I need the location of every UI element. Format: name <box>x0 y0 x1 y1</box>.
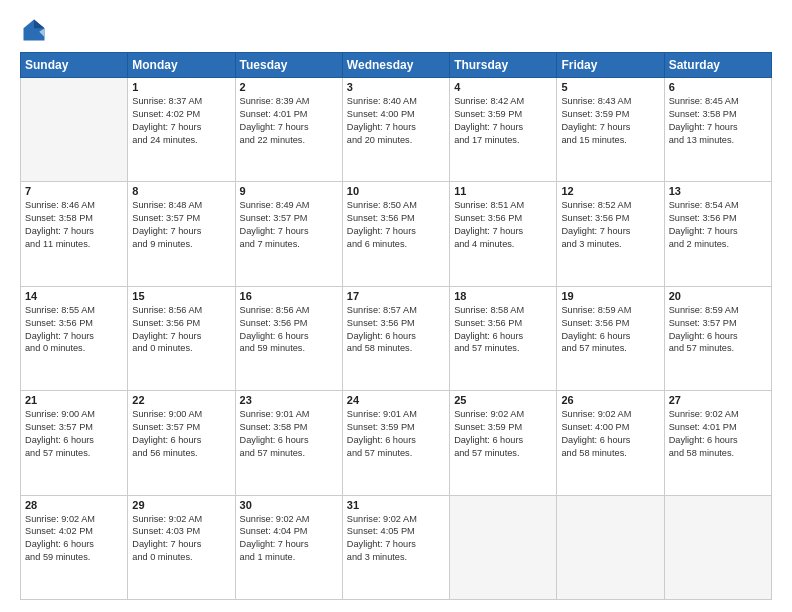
day-cell: 11Sunrise: 8:51 AM Sunset: 3:56 PM Dayli… <box>450 182 557 286</box>
day-number: 27 <box>669 394 767 406</box>
day-cell: 14Sunrise: 8:55 AM Sunset: 3:56 PM Dayli… <box>21 286 128 390</box>
week-row-2: 14Sunrise: 8:55 AM Sunset: 3:56 PM Dayli… <box>21 286 772 390</box>
day-info: Sunrise: 8:49 AM Sunset: 3:57 PM Dayligh… <box>240 199 338 251</box>
day-cell: 1Sunrise: 8:37 AM Sunset: 4:02 PM Daylig… <box>128 78 235 182</box>
day-cell <box>450 495 557 599</box>
day-number: 26 <box>561 394 659 406</box>
day-number: 19 <box>561 290 659 302</box>
day-number: 10 <box>347 185 445 197</box>
day-info: Sunrise: 8:56 AM Sunset: 3:56 PM Dayligh… <box>240 304 338 356</box>
weekday-header-friday: Friday <box>557 53 664 78</box>
day-info: Sunrise: 8:46 AM Sunset: 3:58 PM Dayligh… <box>25 199 123 251</box>
day-info: Sunrise: 9:00 AM Sunset: 3:57 PM Dayligh… <box>25 408 123 460</box>
day-number: 29 <box>132 499 230 511</box>
weekday-header-sunday: Sunday <box>21 53 128 78</box>
week-row-0: 1Sunrise: 8:37 AM Sunset: 4:02 PM Daylig… <box>21 78 772 182</box>
day-number: 22 <box>132 394 230 406</box>
day-cell: 12Sunrise: 8:52 AM Sunset: 3:56 PM Dayli… <box>557 182 664 286</box>
day-info: Sunrise: 8:54 AM Sunset: 3:56 PM Dayligh… <box>669 199 767 251</box>
day-info: Sunrise: 9:02 AM Sunset: 4:01 PM Dayligh… <box>669 408 767 460</box>
day-cell: 29Sunrise: 9:02 AM Sunset: 4:03 PM Dayli… <box>128 495 235 599</box>
day-info: Sunrise: 8:56 AM Sunset: 3:56 PM Dayligh… <box>132 304 230 356</box>
day-number: 31 <box>347 499 445 511</box>
day-number: 14 <box>25 290 123 302</box>
day-number: 28 <box>25 499 123 511</box>
day-cell: 22Sunrise: 9:00 AM Sunset: 3:57 PM Dayli… <box>128 391 235 495</box>
day-info: Sunrise: 8:48 AM Sunset: 3:57 PM Dayligh… <box>132 199 230 251</box>
weekday-header-saturday: Saturday <box>664 53 771 78</box>
day-info: Sunrise: 9:02 AM Sunset: 4:05 PM Dayligh… <box>347 513 445 565</box>
day-info: Sunrise: 8:59 AM Sunset: 3:57 PM Dayligh… <box>669 304 767 356</box>
day-cell: 19Sunrise: 8:59 AM Sunset: 3:56 PM Dayli… <box>557 286 664 390</box>
day-info: Sunrise: 8:43 AM Sunset: 3:59 PM Dayligh… <box>561 95 659 147</box>
day-info: Sunrise: 9:02 AM Sunset: 4:04 PM Dayligh… <box>240 513 338 565</box>
day-info: Sunrise: 8:39 AM Sunset: 4:01 PM Dayligh… <box>240 95 338 147</box>
day-info: Sunrise: 9:02 AM Sunset: 4:00 PM Dayligh… <box>561 408 659 460</box>
day-info: Sunrise: 9:01 AM Sunset: 3:59 PM Dayligh… <box>347 408 445 460</box>
day-cell: 7Sunrise: 8:46 AM Sunset: 3:58 PM Daylig… <box>21 182 128 286</box>
day-cell: 15Sunrise: 8:56 AM Sunset: 3:56 PM Dayli… <box>128 286 235 390</box>
week-row-1: 7Sunrise: 8:46 AM Sunset: 3:58 PM Daylig… <box>21 182 772 286</box>
day-cell: 28Sunrise: 9:02 AM Sunset: 4:02 PM Dayli… <box>21 495 128 599</box>
day-number: 16 <box>240 290 338 302</box>
day-cell: 18Sunrise: 8:58 AM Sunset: 3:56 PM Dayli… <box>450 286 557 390</box>
day-info: Sunrise: 8:40 AM Sunset: 4:00 PM Dayligh… <box>347 95 445 147</box>
day-number: 30 <box>240 499 338 511</box>
day-number: 24 <box>347 394 445 406</box>
page: SundayMondayTuesdayWednesdayThursdayFrid… <box>0 0 792 612</box>
day-number: 11 <box>454 185 552 197</box>
day-cell: 5Sunrise: 8:43 AM Sunset: 3:59 PM Daylig… <box>557 78 664 182</box>
day-info: Sunrise: 8:57 AM Sunset: 3:56 PM Dayligh… <box>347 304 445 356</box>
day-cell: 21Sunrise: 9:00 AM Sunset: 3:57 PM Dayli… <box>21 391 128 495</box>
day-cell: 20Sunrise: 8:59 AM Sunset: 3:57 PM Dayli… <box>664 286 771 390</box>
day-info: Sunrise: 8:50 AM Sunset: 3:56 PM Dayligh… <box>347 199 445 251</box>
day-cell: 26Sunrise: 9:02 AM Sunset: 4:00 PM Dayli… <box>557 391 664 495</box>
day-info: Sunrise: 8:51 AM Sunset: 3:56 PM Dayligh… <box>454 199 552 251</box>
day-info: Sunrise: 9:00 AM Sunset: 3:57 PM Dayligh… <box>132 408 230 460</box>
day-cell: 2Sunrise: 8:39 AM Sunset: 4:01 PM Daylig… <box>235 78 342 182</box>
day-number: 15 <box>132 290 230 302</box>
day-info: Sunrise: 8:37 AM Sunset: 4:02 PM Dayligh… <box>132 95 230 147</box>
day-cell <box>21 78 128 182</box>
day-cell <box>557 495 664 599</box>
day-cell: 27Sunrise: 9:02 AM Sunset: 4:01 PM Dayli… <box>664 391 771 495</box>
day-number: 20 <box>669 290 767 302</box>
day-info: Sunrise: 8:59 AM Sunset: 3:56 PM Dayligh… <box>561 304 659 356</box>
day-number: 21 <box>25 394 123 406</box>
day-number: 3 <box>347 81 445 93</box>
day-number: 8 <box>132 185 230 197</box>
day-number: 17 <box>347 290 445 302</box>
day-info: Sunrise: 8:55 AM Sunset: 3:56 PM Dayligh… <box>25 304 123 356</box>
day-number: 23 <box>240 394 338 406</box>
day-cell: 17Sunrise: 8:57 AM Sunset: 3:56 PM Dayli… <box>342 286 449 390</box>
day-info: Sunrise: 8:58 AM Sunset: 3:56 PM Dayligh… <box>454 304 552 356</box>
day-cell <box>664 495 771 599</box>
logo-icon <box>20 16 48 44</box>
weekday-header-tuesday: Tuesday <box>235 53 342 78</box>
day-cell: 6Sunrise: 8:45 AM Sunset: 3:58 PM Daylig… <box>664 78 771 182</box>
day-cell: 10Sunrise: 8:50 AM Sunset: 3:56 PM Dayli… <box>342 182 449 286</box>
day-info: Sunrise: 9:02 AM Sunset: 4:03 PM Dayligh… <box>132 513 230 565</box>
weekday-header-monday: Monday <box>128 53 235 78</box>
header <box>20 16 772 44</box>
day-info: Sunrise: 9:02 AM Sunset: 4:02 PM Dayligh… <box>25 513 123 565</box>
day-number: 6 <box>669 81 767 93</box>
day-info: Sunrise: 8:42 AM Sunset: 3:59 PM Dayligh… <box>454 95 552 147</box>
day-info: Sunrise: 8:45 AM Sunset: 3:58 PM Dayligh… <box>669 95 767 147</box>
day-info: Sunrise: 8:52 AM Sunset: 3:56 PM Dayligh… <box>561 199 659 251</box>
logo <box>20 16 52 44</box>
day-cell: 25Sunrise: 9:02 AM Sunset: 3:59 PM Dayli… <box>450 391 557 495</box>
day-cell: 9Sunrise: 8:49 AM Sunset: 3:57 PM Daylig… <box>235 182 342 286</box>
day-number: 9 <box>240 185 338 197</box>
day-info: Sunrise: 9:02 AM Sunset: 3:59 PM Dayligh… <box>454 408 552 460</box>
day-cell: 23Sunrise: 9:01 AM Sunset: 3:58 PM Dayli… <box>235 391 342 495</box>
day-cell: 13Sunrise: 8:54 AM Sunset: 3:56 PM Dayli… <box>664 182 771 286</box>
day-number: 5 <box>561 81 659 93</box>
day-number: 1 <box>132 81 230 93</box>
day-number: 18 <box>454 290 552 302</box>
week-row-4: 28Sunrise: 9:02 AM Sunset: 4:02 PM Dayli… <box>21 495 772 599</box>
day-cell: 8Sunrise: 8:48 AM Sunset: 3:57 PM Daylig… <box>128 182 235 286</box>
svg-marker-1 <box>34 20 45 29</box>
day-number: 4 <box>454 81 552 93</box>
day-cell: 4Sunrise: 8:42 AM Sunset: 3:59 PM Daylig… <box>450 78 557 182</box>
